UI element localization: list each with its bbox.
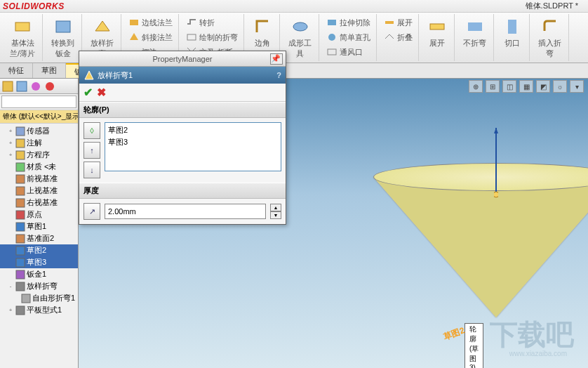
svg-point-7: [328, 34, 335, 41]
config-tab-icon[interactable]: [29, 80, 42, 93]
tab-特征[interactable]: 特征: [0, 63, 33, 78]
fold-icon: [384, 32, 395, 43]
scene-icon[interactable]: ☼: [553, 80, 567, 93]
insert-bend-button[interactable]: 插入折 弯: [534, 15, 566, 60]
pm-thickness-direction-button[interactable]: ↗: [83, 203, 100, 220]
svg-rect-28: [16, 258, 25, 267]
tree-item-草图1[interactable]: 草图1: [0, 221, 78, 232]
pm-ok-button[interactable]: ✔: [83, 86, 93, 99]
loft-bend-icon: [83, 70, 95, 81]
display-style-icon[interactable]: ▦: [519, 80, 533, 93]
tree-search-input[interactable]: [1, 96, 76, 108]
flange-icon: [13, 17, 32, 37]
svg-point-5: [293, 22, 307, 31]
simple-hole-button[interactable]: 简单直孔: [323, 30, 373, 44]
watermark: 下载吧: [490, 315, 574, 354]
zoom-fit-icon[interactable]: ⊕: [469, 80, 483, 93]
svg-rect-1: [56, 21, 70, 32]
tree-item-右视基准[interactable]: 右视基准: [0, 197, 78, 209]
sketched-bend-button[interactable]: 绘制的折弯: [183, 30, 241, 44]
convert-icon: [53, 17, 73, 37]
pm-thickness-header[interactable]: 厚度: [79, 183, 286, 199]
unfold-button[interactable]: 展开: [381, 15, 415, 29]
tree-item-草图3[interactable]: 草图3: [0, 256, 78, 268]
property-tab-icon[interactable]: [15, 80, 28, 93]
tree-item-平板型式1[interactable]: +平板型式1: [0, 304, 78, 316]
no-bend-button[interactable]: 不折弯: [459, 15, 490, 50]
flatten-icon: [427, 17, 447, 37]
edge-flange-button[interactable]: 边线法兰: [126, 15, 175, 29]
pm-thickness-up-button[interactable]: ▲: [270, 204, 281, 211]
miter-flange-button[interactable]: 斜接法兰: [126, 30, 175, 44]
pm-profile-header[interactable]: 轮廓(P): [79, 102, 286, 118]
base-flange-button[interactable]: 基体法 兰/薄片: [6, 15, 39, 60]
convert-sheetmetal-button[interactable]: 转换到 钣金: [47, 15, 79, 60]
extruded-cut-button[interactable]: 拉伸切除: [323, 15, 373, 29]
tree-item-材质 <未[interactable]: 材质 <未: [0, 161, 78, 173]
profile-callout-label[interactable]: 轮廓(草图3): [465, 323, 483, 368]
fold-button[interactable]: 折叠: [381, 30, 415, 44]
tree-item-自由形折弯1[interactable]: 自由形折弯1: [0, 292, 78, 304]
tree-item-原点[interactable]: 原点: [0, 209, 78, 221]
tree-item-方程序[interactable]: +方程序: [0, 149, 78, 161]
pm-profile-list[interactable]: 草图2草图3: [105, 122, 281, 171]
jog-button[interactable]: 转折: [183, 15, 241, 29]
feature-tree: +传感器+注解+方程序材质 <未前视基准上视基准右视基准原点草图1基准面2草图2…: [0, 124, 78, 368]
rip-button[interactable]: 切口: [498, 15, 526, 50]
pm-thickness-input[interactable]: [105, 204, 266, 219]
pm-move-up-button[interactable]: ↑: [83, 142, 100, 159]
pm-title-text: PropertyManager: [153, 55, 213, 63]
model-root-node[interactable]: 锥体 (默认<<默认>_显示状态: [0, 110, 78, 124]
tree-item-钣金1[interactable]: 钣金1: [0, 268, 78, 280]
svg-rect-19: [16, 151, 25, 159]
sketch2-label: 草图2: [442, 324, 467, 343]
zoom-area-icon[interactable]: ⊞: [486, 80, 500, 93]
nobend-icon: [465, 17, 485, 37]
svg-rect-18: [16, 139, 25, 147]
tree-item-注解[interactable]: +注解: [0, 137, 78, 149]
view-settings-icon[interactable]: ▾: [570, 80, 584, 93]
forming-tool-button[interactable]: 成形工 具: [284, 15, 316, 60]
svg-rect-0: [15, 22, 29, 31]
forming-icon: [290, 17, 310, 37]
tree-item-上视基准[interactable]: 上视基准: [0, 185, 78, 197]
tree-item-草图2[interactable]: 草图2: [0, 244, 78, 256]
document-title: 锥体.SLDPRT *: [526, 1, 578, 11]
svg-rect-30: [16, 282, 25, 291]
feature-tree-tab-icon[interactable]: [1, 80, 14, 93]
svg-rect-2: [130, 20, 138, 25]
pm-profile-icon[interactable]: ◊: [83, 122, 100, 139]
tree-item-传感器[interactable]: +传感器: [0, 125, 78, 137]
display-tab-icon[interactable]: [44, 80, 56, 93]
svg-rect-10: [430, 24, 444, 29]
pm-list-item-草图3[interactable]: 草图3: [107, 136, 279, 148]
pm-pin-button[interactable]: 📌: [270, 53, 283, 65]
pm-thickness-down-button[interactable]: ▼: [270, 211, 281, 219]
view-orient-icon[interactable]: ◫: [502, 80, 516, 93]
flatten-button[interactable]: 展开: [423, 15, 451, 50]
pm-list-item-草图2[interactable]: 草图2: [107, 124, 279, 136]
view-toolbar: ⊕ ⊞ ◫ ▦ ◩ ☼ ▾: [469, 80, 584, 93]
section-view-icon[interactable]: ◩: [536, 80, 550, 93]
tree-item-放样折弯[interactable]: -放样折弯: [0, 280, 78, 292]
svg-rect-13: [3, 81, 13, 91]
corner-button[interactable]: 边角: [248, 15, 276, 50]
svg-rect-21: [16, 175, 25, 183]
tree-item-前视基准[interactable]: 前视基准: [0, 173, 78, 185]
pm-help-button[interactable]: ?: [276, 71, 281, 79]
svg-point-16: [46, 82, 54, 91]
pm-cancel-button[interactable]: ✖: [97, 86, 106, 99]
svg-rect-11: [468, 22, 482, 31]
vent-button[interactable]: 通风口: [323, 45, 373, 59]
axis-manipulator-icon[interactable]: [494, 128, 498, 198]
cut-icon: [326, 17, 338, 28]
svg-rect-9: [385, 21, 394, 24]
svg-rect-29: [16, 270, 25, 279]
rip-icon: [502, 17, 522, 37]
title-bar: SOLIDWORKS 锥体.SLDPRT *: [0, 0, 588, 13]
pm-move-down-button[interactable]: ↓: [83, 162, 100, 178]
tab-草图[interactable]: 草图: [33, 63, 66, 78]
svg-rect-20: [16, 163, 25, 171]
vent-icon: [326, 46, 338, 58]
tree-item-基准面2[interactable]: 基准面2: [0, 232, 78, 244]
